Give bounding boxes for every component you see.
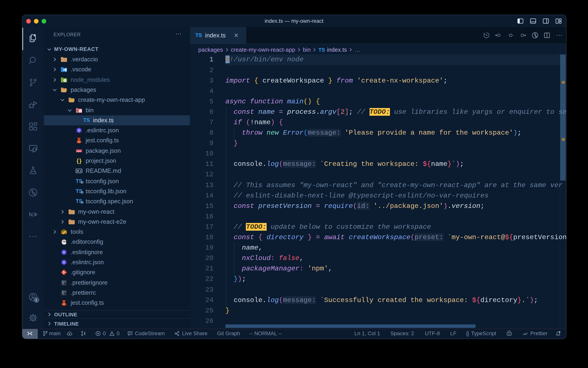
svg-text:10: 10 [79, 111, 81, 112]
svg-text:JS: JS [64, 80, 66, 82]
svg-text:npm: npm [77, 150, 81, 152]
